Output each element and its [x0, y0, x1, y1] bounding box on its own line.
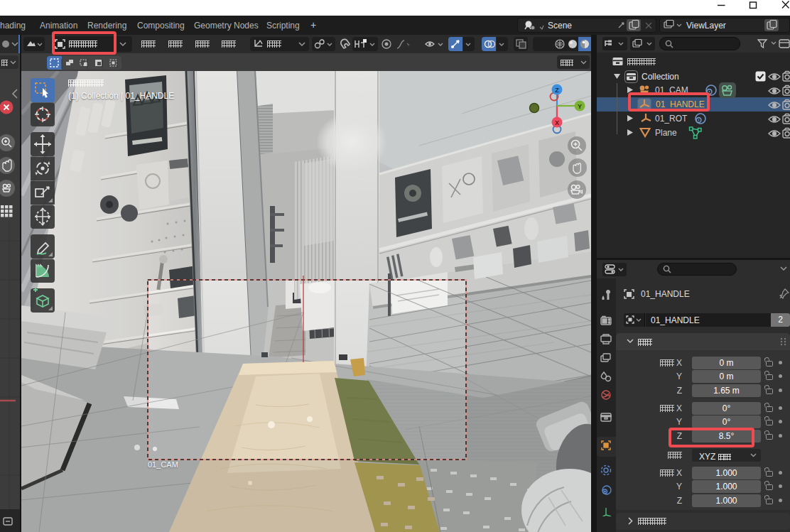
svg-text:Z: Z — [555, 87, 559, 94]
svg-text:X: X — [555, 119, 559, 126]
svg-text:Y: Y — [578, 103, 582, 110]
